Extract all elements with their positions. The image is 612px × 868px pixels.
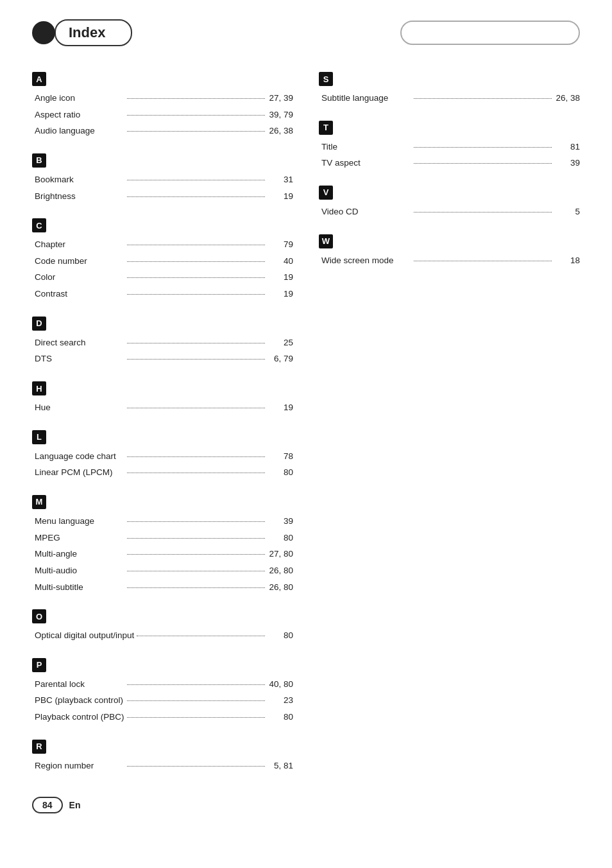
entry-page: 27, 80: [268, 546, 293, 562]
section-letter: A: [32, 72, 46, 86]
page: Index AAngle icon27, 39Aspect ratio39, 7…: [0, 0, 612, 826]
section-header: L: [32, 430, 293, 444]
entry-page: 79: [268, 236, 293, 253]
entry-name: Direct search: [35, 334, 124, 351]
entry-name: Playback control (PBC): [35, 709, 124, 725]
entry-dots: [127, 717, 265, 718]
section-header: M: [32, 495, 293, 509]
list-item: Aspect ratio39, 79: [32, 107, 293, 123]
footer-page-number: 84: [32, 797, 63, 813]
entry-dots: [137, 636, 265, 636]
entry-page: 19: [268, 286, 293, 302]
entry-page: 19: [268, 269, 293, 286]
section-r: RRegion number5, 81: [32, 740, 293, 774]
entry-name: Language code chart: [35, 448, 124, 465]
entry-page: 26, 80: [268, 579, 293, 596]
page-header: Index: [32, 19, 580, 46]
entry-page: 80: [268, 709, 293, 725]
section-header: C: [32, 218, 293, 232]
entry-page: 6, 79: [268, 351, 293, 367]
left-column: AAngle icon27, 39Aspect ratio39, 79Audio…: [32, 72, 293, 788]
entry-page: 78: [268, 448, 293, 465]
section-header: P: [32, 658, 293, 672]
footer-lang: En: [69, 800, 81, 810]
section-v: VVideo CD5: [319, 186, 580, 220]
entry-name: Angle icon: [35, 90, 124, 107]
entry-page: 31: [268, 171, 293, 188]
section-b: BBookmark31Brightness19: [32, 153, 293, 204]
entry-name: Hue: [35, 399, 124, 416]
entry-name: Chapter: [35, 236, 124, 253]
list-item: Subtitle language26, 38: [319, 90, 580, 107]
section-letter: R: [32, 740, 46, 754]
entry-page: 26, 38: [268, 123, 293, 139]
section-t: TTitle81TV aspect39: [319, 121, 580, 171]
right-column: SSubtitle language26, 38TTitle81TV aspec…: [319, 72, 580, 788]
footer: 84 En: [32, 797, 80, 813]
list-item: Bookmark31: [32, 171, 293, 188]
section-header: R: [32, 740, 293, 754]
entry-dots: [127, 343, 265, 343]
entry-name: TV aspect: [321, 155, 411, 171]
page-title: Index: [69, 24, 105, 41]
entry-dots: [414, 163, 552, 164]
list-item: Color19: [32, 269, 293, 286]
entry-dots: [127, 180, 265, 180]
list-item: Hue19: [32, 399, 293, 416]
section-letter: T: [319, 121, 333, 135]
list-item: DTS6, 79: [32, 351, 293, 367]
header-black-circle: [32, 21, 55, 44]
section-header: T: [319, 121, 580, 135]
list-item: Optical digital output/input80: [32, 627, 293, 644]
entry-dots: [127, 408, 265, 408]
entry-name: Subtitle language: [321, 90, 411, 107]
entry-page: 26, 38: [554, 90, 580, 107]
section-header: S: [319, 72, 580, 86]
entry-dots: [127, 98, 265, 99]
list-item: Chapter79: [32, 236, 293, 253]
entry-page: 81: [554, 139, 580, 155]
list-item: Multi-angle27, 80: [32, 546, 293, 562]
section-header: W: [319, 234, 580, 248]
entry-dots: [414, 98, 552, 99]
entry-dots: [127, 521, 265, 522]
entry-dots: [127, 261, 265, 262]
list-item: MPEG80: [32, 530, 293, 546]
entry-name: Parental lock: [35, 676, 124, 693]
list-item: Language code chart78: [32, 448, 293, 465]
list-item: Menu language39: [32, 513, 293, 530]
entry-dots: [127, 587, 265, 588]
list-item: Video CD5: [319, 204, 580, 220]
entry-name: Video CD: [321, 204, 411, 220]
list-item: Audio language26, 38: [32, 123, 293, 139]
list-item: Wide screen mode18: [319, 252, 580, 269]
entry-dots: [127, 473, 265, 473]
section-w: WWide screen mode18: [319, 234, 580, 269]
entry-dots: [127, 131, 265, 132]
entry-name: DTS: [35, 351, 124, 367]
list-item: Linear PCM (LPCM)80: [32, 464, 293, 481]
entry-dots: [127, 277, 265, 278]
section-c: CChapter79Code number40Color19Contrast19: [32, 218, 293, 302]
entry-name: Bookmark: [35, 171, 124, 188]
section-l: LLanguage code chart78Linear PCM (LPCM)8…: [32, 430, 293, 481]
section-a: AAngle icon27, 39Aspect ratio39, 79Audio…: [32, 72, 293, 139]
section-m: MMenu language39MPEG80Multi-angle27, 80M…: [32, 495, 293, 595]
section-letter: V: [319, 186, 333, 200]
list-item: Brightness19: [32, 188, 293, 205]
entry-page: 5: [554, 204, 580, 220]
entry-dots: [127, 766, 265, 767]
entry-page: 23: [268, 692, 293, 709]
entry-dots: [127, 359, 265, 360]
entry-dots: [414, 261, 552, 261]
list-item: Multi-subtitle26, 80: [32, 579, 293, 596]
entry-page: 40, 80: [268, 676, 293, 693]
entry-dots: [127, 196, 265, 197]
entry-dots: [127, 571, 265, 571]
entry-dots: [127, 456, 265, 457]
section-letter: C: [32, 218, 46, 232]
section-header: A: [32, 72, 293, 86]
section-letter: B: [32, 153, 46, 168]
list-item: Angle icon27, 39: [32, 90, 293, 107]
entry-dots: [127, 294, 265, 295]
